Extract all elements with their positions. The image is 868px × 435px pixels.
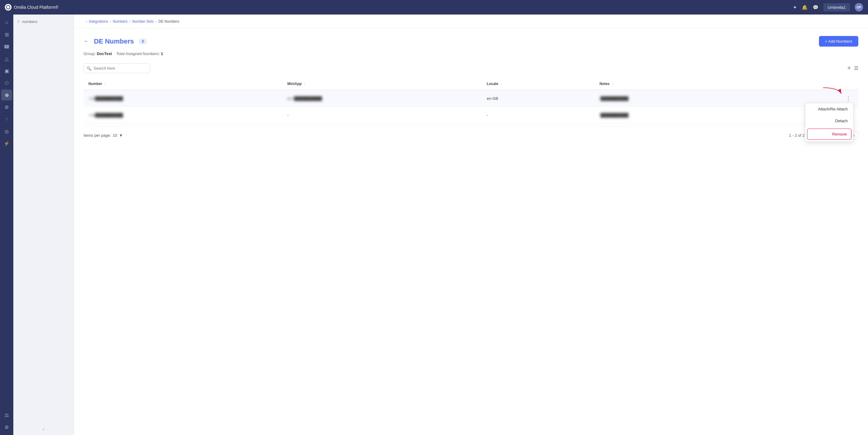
sidebar-item-automation[interactable]: ⚡ [1, 138, 12, 149]
table-row[interactable]: +16██████████ errJ██████████ en-GB \████… [84, 90, 858, 107]
col-notes[interactable]: Notes ↓ [594, 78, 768, 90]
context-menu: Attach/Re-Attach Detach Remove [805, 103, 854, 142]
sidebar: ⌂ ⊞ ☎ △ ▣ ⚇ ⊕ ⚙ ↑ ◎ ⚡ ⚖ ⚙ [0, 14, 13, 435]
sidebar-item-analytics[interactable]: △ [1, 53, 12, 64]
avatar[interactable]: OP [855, 3, 863, 11]
table-wrapper: Number ↓ MiniApp ↓ Locale ↓ Notes [84, 78, 858, 124]
miniapp-value-2: - [287, 113, 289, 118]
cell-number-2: +16██████████ [84, 107, 283, 124]
breadcrumb-sep-1: › [86, 20, 87, 24]
sidebar-item-upload[interactable]: ↑ [1, 114, 12, 125]
breadcrumb-current: DE Numbers [158, 20, 179, 24]
items-per-page-value: 10 [113, 133, 117, 138]
breadcrumb-sep-2: › [110, 20, 111, 24]
breadcrumb-integrations[interactable]: Integrations [89, 20, 108, 24]
cell-locale-2: - [482, 107, 594, 124]
col-miniapp-label: MiniApp [287, 82, 302, 86]
cell-miniapp-1: errJ██████████ [283, 90, 482, 107]
table-row[interactable]: +16██████████ - - \██████████ ⋮ [84, 107, 858, 124]
home-breadcrumb-icon[interactable]: ⌂ [81, 19, 84, 24]
left-panel-title: ⠿ numbers [17, 20, 70, 24]
items-per-page-dropdown-icon[interactable]: ▼ [119, 133, 123, 138]
filter-icon[interactable]: ≡ [848, 65, 850, 71]
col-notes-label: Notes [599, 82, 609, 86]
navbar-brand: Omilia Cloud Platform® [5, 4, 793, 10]
sidebar-item-integrations[interactable]: ⊕ [1, 90, 12, 100]
bell-icon[interactable]: 🔔 [802, 4, 808, 10]
numbers-table: Number ↓ MiniApp ↓ Locale ↓ Notes [84, 78, 858, 124]
more-options-button-1[interactable]: ⋮ [843, 94, 854, 103]
attach-reattach-menu-item[interactable]: Attach/Re-Attach [805, 103, 853, 115]
sidebar-item-home[interactable]: ⌂ [1, 17, 12, 28]
group-label: Group: [84, 52, 96, 56]
count-badge: 2 [139, 38, 147, 44]
breadcrumb: ⌂ › Integrations › Numbers › Number Sets… [74, 14, 868, 29]
chat-icon[interactable]: 💬 [813, 4, 818, 10]
cell-miniapp-2: - [283, 107, 482, 124]
user-selector[interactable]: Umbrella1 [824, 3, 850, 11]
assigned-value: 1 [161, 52, 163, 56]
meta-info: Group: DocTest Total Assigned Numbers: 1 [84, 52, 858, 56]
remove-menu-item[interactable]: Remove [807, 129, 851, 140]
number-value-1: +16██████████ [88, 96, 123, 101]
sidebar-item-help[interactable]: ⚙ [1, 422, 12, 433]
col-number[interactable]: Number ↓ [84, 78, 283, 90]
locale-value-2: - [487, 113, 488, 118]
col-locale[interactable]: Locale ↓ [482, 78, 594, 90]
search-icon: 🔍 [87, 66, 91, 70]
notes-value-2: \██████████ [599, 113, 628, 118]
items-per-page[interactable]: Items per page: 10 ▼ [84, 133, 123, 138]
back-button[interactable]: ← [84, 38, 89, 44]
search-bar: 🔍 ≡ ☰ [84, 63, 858, 73]
cell-locale-1: en-GB [482, 90, 594, 107]
page-title: DE Numbers [94, 37, 134, 45]
left-panel: ⠿ numbers « [13, 14, 74, 435]
breadcrumb-number-sets[interactable]: Number Sets [132, 20, 154, 24]
sidebar-item-globe[interactable]: ◎ [1, 126, 12, 137]
items-per-page-label: Items per page: [84, 133, 111, 138]
actions-cell-1: ⋮ Attach/Re-Attach Detach Remove [768, 90, 858, 107]
collapse-panel-button[interactable]: « [13, 427, 73, 431]
sidebar-item-people[interactable]: ⚇ [1, 77, 12, 88]
drag-handle-icon: ⠿ [17, 20, 20, 24]
locale-value-1: en-GB [487, 96, 498, 101]
table-footer: Items per page: 10 ▼ 1 - 2 of 2 items ‹ … [84, 126, 858, 144]
settings-icon[interactable]: ✦ [793, 4, 797, 10]
filter-icons: ≡ ☰ [848, 65, 858, 71]
col-miniapp[interactable]: MiniApp ↓ [283, 78, 482, 90]
page-header-left: ← DE Numbers 2 [84, 37, 147, 45]
sort-number-icon: ↓ [104, 82, 106, 86]
arrow-annotation [820, 86, 844, 98]
search-wrapper: 🔍 [84, 63, 150, 73]
columns-icon[interactable]: ☰ [854, 65, 858, 71]
navbar: Omilia Cloud Platform® ✦ 🔔 💬 Umbrella1 O… [0, 0, 868, 14]
sort-miniapp-icon: ↓ [304, 82, 306, 86]
content-area: ← DE Numbers 2 + Add Numbers Group: DocT… [74, 29, 868, 152]
assigned-label: Total Assigned Numbers: [116, 52, 160, 56]
navbar-logo [5, 4, 11, 10]
breadcrumb-numbers[interactable]: Numbers [113, 20, 127, 24]
sort-notes-icon: ↓ [612, 82, 614, 86]
table-body: +16██████████ errJ██████████ en-GB \████… [84, 90, 858, 124]
col-locale-label: Locale [487, 82, 498, 86]
sort-locale-icon: ↓ [500, 82, 502, 86]
sidebar-item-modules[interactable]: ⊞ [1, 29, 12, 40]
number-value-2: +16██████████ [88, 113, 123, 118]
miniapp-value-1: errJ██████████ [287, 96, 322, 101]
breadcrumb-sep-4: › [155, 20, 157, 24]
cell-number-1: +16██████████ [84, 90, 283, 107]
panel-label: numbers [22, 20, 37, 24]
sidebar-item-monitor[interactable]: ▣ [1, 65, 12, 76]
page-header: ← DE Numbers 2 + Add Numbers [84, 36, 858, 46]
sidebar-item-compliance[interactable]: ⚖ [1, 410, 12, 421]
cell-notes-2: \██████████ [594, 107, 768, 124]
sidebar-item-settings[interactable]: ⚙ [1, 102, 12, 112]
search-input[interactable] [84, 63, 150, 73]
col-actions [768, 78, 858, 90]
col-number-label: Number [88, 82, 102, 86]
add-numbers-button[interactable]: + Add Numbers [819, 36, 858, 46]
sidebar-item-phone[interactable]: ☎ [1, 41, 12, 52]
detach-menu-item[interactable]: Detach [805, 115, 853, 127]
cell-notes-1: \██████████ [594, 90, 768, 107]
table-header: Number ↓ MiniApp ↓ Locale ↓ Notes [84, 78, 858, 90]
